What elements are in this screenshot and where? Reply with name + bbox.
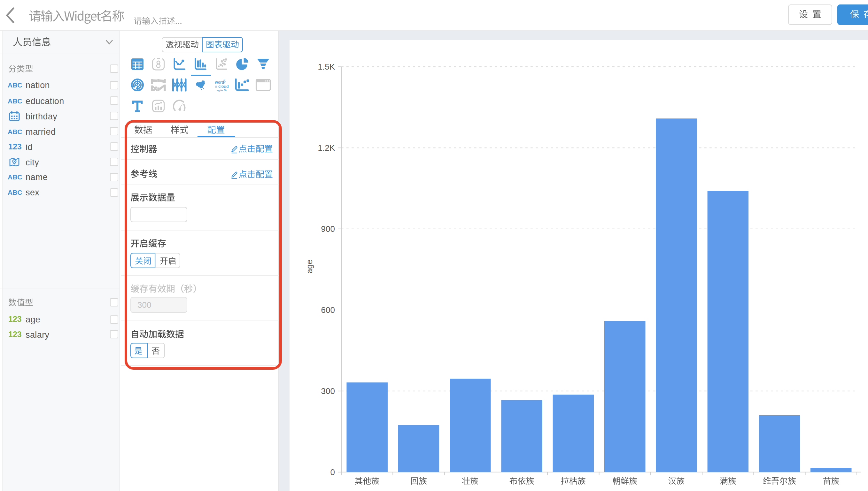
svg-text:600: 600: [321, 305, 334, 314]
svg-text:300: 300: [321, 386, 334, 396]
svg-text:agile Bi: agile Bi: [216, 88, 226, 92]
svg-text:900: 900: [321, 224, 334, 233]
svg-text:0: 0: [330, 467, 334, 476]
svg-text:Bi: Bi: [215, 86, 217, 88]
svg-text:agile: agile: [223, 79, 226, 83]
svg-text:1.5K: 1.5K: [318, 62, 335, 71]
svg-text:age: age: [304, 259, 314, 273]
svg-text:1.2K: 1.2K: [318, 143, 335, 152]
